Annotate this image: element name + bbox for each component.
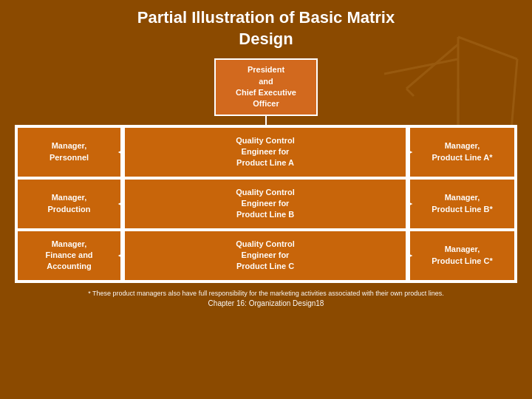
product-line-c-box: Manager,Product Line C* xyxy=(409,230,516,282)
arrow-left-b: ◄ xyxy=(116,197,126,211)
qc-product-line-c-box: ◄ Quality ControlEngineer forProduct Lin… xyxy=(123,230,407,282)
president-box: President and Chief Executive Officer xyxy=(214,58,318,116)
manager-personnel-box: Manager,Personnel xyxy=(16,126,122,178)
manager-production-box: Manager,Production xyxy=(16,178,122,230)
arrow-right-b: ► xyxy=(404,197,415,211)
president-row: President and Chief Executive Officer xyxy=(214,58,318,116)
chapter-label: Chapter 16: Organization Design xyxy=(208,299,316,307)
manager-finance-box: Manager,Finance andAccounting xyxy=(16,230,122,282)
qc-product-line-a-box: ◄ Quality ControlEngineer forProduct Lin… xyxy=(123,126,407,178)
functional-managers-col: Manager,Personnel Manager,Production Man… xyxy=(16,126,123,282)
page-container: Partial Illustration of Basic Matrix Des… xyxy=(0,0,532,399)
org-chart: Partial Illustration of Basic Matrix Des… xyxy=(15,7,517,307)
product-line-managers-col: Manager,Product Line A* Manager,Product … xyxy=(409,126,516,282)
main-grid: Manager,Personnel Manager,Production Man… xyxy=(15,125,517,283)
page-title: Partial Illustration of Basic Matrix Des… xyxy=(137,7,395,50)
product-line-b-box: Manager,Product Line B* xyxy=(409,178,516,230)
arrow-right-c: ► xyxy=(404,248,415,263)
qc-product-line-b-box: ◄ Quality ControlEngineer forProduct Lin… xyxy=(123,178,407,230)
product-line-a-box: Manager,Product Line A* xyxy=(409,126,516,178)
arrow-left-a: ◄ xyxy=(116,145,126,160)
page-number: 18 xyxy=(316,299,324,307)
arrow-left-c: ◄ xyxy=(116,248,126,263)
footer-note: * These product managers also have full … xyxy=(88,289,444,299)
vertical-connector xyxy=(265,116,267,125)
quality-control-col: ◄ Quality ControlEngineer forProduct Lin… xyxy=(123,126,409,282)
footer-bottom: Chapter 16: Organization Design 18 xyxy=(208,299,324,307)
arrow-right-a: ► xyxy=(404,145,415,160)
